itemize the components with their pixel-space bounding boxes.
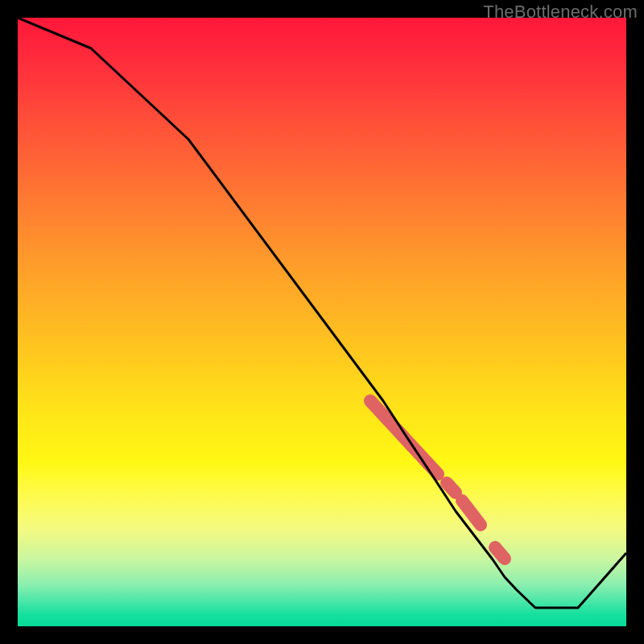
curve-path [18,18,626,608]
chart-frame: TheBottleneck.com [0,0,644,644]
watermark-text: TheBottleneck.com [483,2,638,23]
bottleneck-curve [18,18,626,626]
plot-area [18,18,626,626]
highlight-group [370,401,505,559]
